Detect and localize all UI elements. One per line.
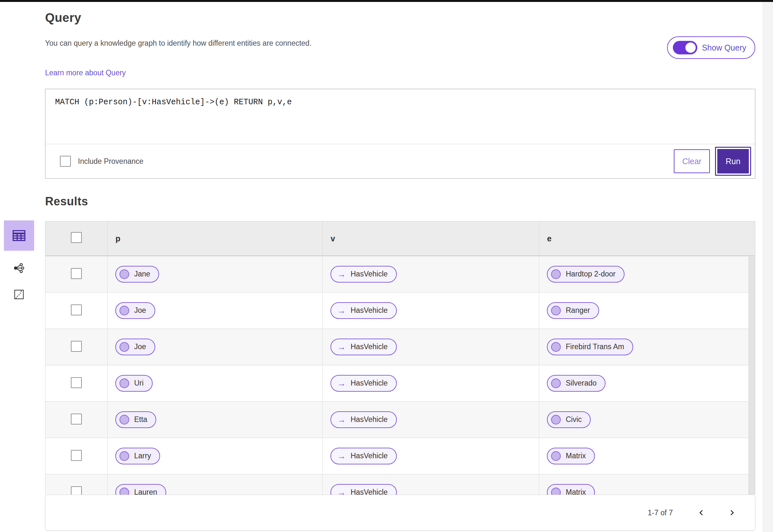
edge-arrow-icon: → bbox=[338, 415, 346, 424]
node-pill-label: Jane bbox=[134, 270, 150, 278]
route-map-icon bbox=[14, 289, 24, 300]
node-pill-label: Hardtop 2-door bbox=[566, 270, 616, 278]
node-pill[interactable]: Etta bbox=[115, 411, 156, 428]
edge-pill[interactable]: →HasVehicle bbox=[331, 339, 397, 355]
edge-arrow-icon: → bbox=[338, 343, 346, 351]
column-header-v[interactable]: v bbox=[322, 221, 539, 256]
edge-pill[interactable]: →HasVehicle bbox=[331, 411, 397, 428]
edge-arrow-icon: → bbox=[338, 488, 346, 495]
node-pill[interactable]: Jane bbox=[115, 266, 159, 283]
toggle-switch-icon[interactable] bbox=[673, 41, 697, 54]
table-row: Jane→HasVehicleHardtop 2-door bbox=[45, 256, 755, 292]
previous-page-button[interactable] bbox=[696, 507, 707, 518]
node-pill-label: Silverado bbox=[566, 379, 597, 387]
column-header-p[interactable]: p bbox=[107, 221, 322, 256]
learn-more-link[interactable]: Learn more about Query bbox=[45, 69, 126, 77]
node-pill[interactable]: Matrix bbox=[547, 448, 595, 464]
node-pill[interactable]: Joe bbox=[115, 339, 155, 355]
results-table-container: p v e Jane→HasVehicleHardtop 2-doorJoe→H… bbox=[45, 221, 755, 495]
next-page-button[interactable] bbox=[726, 507, 737, 518]
include-provenance-option[interactable]: Include Provenance bbox=[60, 156, 143, 167]
row-checkbox[interactable] bbox=[71, 377, 82, 388]
edge-pill-label: HasVehicle bbox=[351, 342, 388, 351]
edge-arrow-icon: → bbox=[338, 379, 346, 387]
page-scroll-gutter[interactable] bbox=[763, 2, 773, 532]
edge-pill[interactable]: →HasVehicle bbox=[331, 266, 397, 283]
select-all-checkbox[interactable] bbox=[71, 232, 82, 243]
table-row: Uri→HasVehicleSilverado bbox=[45, 365, 755, 401]
node-pill[interactable]: Ranger bbox=[547, 302, 599, 319]
node-pill-label: Matrix bbox=[566, 452, 586, 460]
row-checkbox[interactable] bbox=[71, 450, 82, 461]
edge-pill[interactable]: →HasVehicle bbox=[331, 448, 397, 464]
table-view-button[interactable] bbox=[4, 220, 34, 251]
query-description: You can query a knowledge graph to ident… bbox=[45, 36, 312, 48]
edge-pill-label: HasVehicle bbox=[351, 452, 388, 460]
pagination-range-label: 1-7 of 7 bbox=[648, 509, 673, 517]
node-pill-label: Lauren bbox=[134, 488, 157, 495]
edge-pill[interactable]: →HasVehicle bbox=[331, 375, 397, 392]
results-table: p v e Jane→HasVehicleHardtop 2-doorJoe→H… bbox=[45, 221, 755, 495]
node-pill[interactable]: Civic bbox=[547, 411, 591, 428]
node-circle-icon bbox=[119, 269, 129, 279]
map-view-button[interactable] bbox=[4, 285, 34, 303]
node-pill[interactable]: Uri bbox=[115, 375, 153, 392]
node-circle-icon bbox=[551, 415, 561, 425]
pagination-bar: 1-7 of 7 bbox=[45, 495, 755, 531]
row-checkbox[interactable] bbox=[71, 486, 82, 495]
share-nodes-icon bbox=[13, 262, 25, 274]
page-title: Query bbox=[45, 11, 755, 25]
edge-pill-label: HasVehicle bbox=[351, 488, 388, 495]
query-panel: MATCH (p:Person)-[v:HasVehicle]->(e) RET… bbox=[45, 89, 755, 179]
node-pill-label: Firebird Trans Am bbox=[566, 342, 625, 351]
node-pill[interactable]: Silverado bbox=[547, 375, 606, 392]
node-pill[interactable]: Larry bbox=[115, 448, 160, 464]
node-pill-label: Uri bbox=[134, 379, 144, 387]
edge-pill[interactable]: →HasVehicle bbox=[331, 484, 397, 495]
node-pill-label: Ranger bbox=[566, 306, 590, 315]
include-provenance-checkbox[interactable] bbox=[60, 156, 71, 167]
window-top-edge bbox=[0, 0, 773, 2]
node-circle-icon bbox=[119, 306, 129, 315]
run-button[interactable]: Run bbox=[715, 147, 751, 176]
node-circle-icon bbox=[119, 415, 129, 425]
clear-button[interactable]: Clear bbox=[674, 149, 710, 173]
node-circle-icon bbox=[551, 306, 561, 315]
row-checkbox[interactable] bbox=[71, 414, 82, 425]
graph-view-button[interactable] bbox=[4, 259, 34, 277]
results-table-body: Jane→HasVehicleHardtop 2-doorJoe→HasVehi… bbox=[45, 256, 755, 495]
row-checkbox[interactable] bbox=[71, 268, 82, 279]
query-textarea[interactable]: MATCH (p:Person)-[v:HasVehicle]->(e) RET… bbox=[45, 89, 755, 144]
node-pill-label: Joe bbox=[134, 342, 146, 351]
show-query-toggle[interactable]: Show Query bbox=[667, 36, 755, 59]
edge-arrow-icon: → bbox=[338, 270, 346, 278]
table-scrollbar[interactable] bbox=[749, 257, 755, 495]
edge-arrow-icon: → bbox=[338, 306, 346, 315]
results-view-switcher bbox=[4, 220, 34, 303]
row-checkbox[interactable] bbox=[71, 341, 82, 352]
node-pill-label: Joe bbox=[134, 306, 146, 315]
table-row: Larry→HasVehicleMatrix bbox=[45, 438, 755, 474]
node-pill[interactable]: Joe bbox=[115, 302, 155, 319]
edge-pill-label: HasVehicle bbox=[351, 270, 388, 278]
node-pill-label: Etta bbox=[134, 415, 147, 424]
node-pill[interactable]: Lauren bbox=[115, 484, 166, 495]
node-pill[interactable]: Hardtop 2-door bbox=[547, 266, 625, 283]
table-header-row: p v e bbox=[45, 221, 755, 256]
include-provenance-label: Include Provenance bbox=[78, 157, 143, 166]
node-circle-icon bbox=[119, 342, 129, 352]
node-pill-label: Civic bbox=[566, 415, 582, 424]
node-circle-icon bbox=[551, 488, 561, 495]
node-circle-icon bbox=[119, 488, 129, 495]
node-pill-label: Larry bbox=[134, 452, 151, 460]
node-pill[interactable]: Firebird Trans Am bbox=[547, 339, 634, 355]
row-checkbox[interactable] bbox=[71, 304, 82, 315]
edge-pill[interactable]: →HasVehicle bbox=[331, 302, 397, 319]
node-circle-icon bbox=[551, 378, 561, 388]
column-header-e[interactable]: e bbox=[539, 221, 755, 256]
edge-pill-label: HasVehicle bbox=[351, 306, 388, 315]
node-circle-icon bbox=[119, 378, 129, 388]
table-row: Joe→HasVehicleFirebird Trans Am bbox=[45, 329, 755, 365]
node-pill[interactable]: Matrix bbox=[547, 484, 595, 495]
query-toolbar: Include Provenance Clear Run bbox=[45, 144, 755, 178]
